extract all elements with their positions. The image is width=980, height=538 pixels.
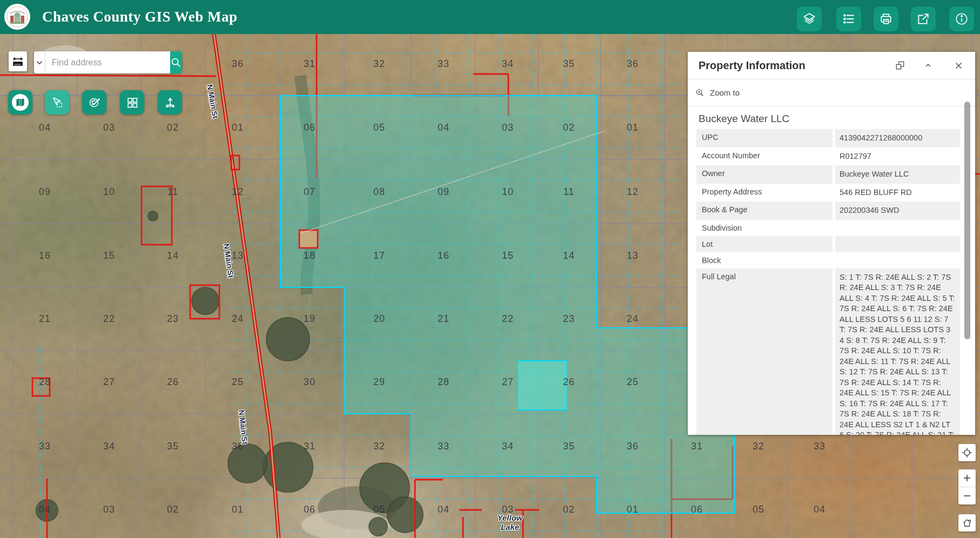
row-label: UPC (696, 129, 833, 147)
legend-button[interactable] (836, 6, 861, 31)
row-value: S: 1 T: 7S R: 24E ALL S: 2 T: 7S R: 24E … (835, 268, 960, 435)
zoom-control (958, 469, 976, 505)
table-row: Book & Page202200346 SWD (696, 201, 960, 220)
table-row: Property Address546 RED BLUFF RD (696, 184, 960, 202)
search-bar (34, 51, 182, 73)
grid-button[interactable] (120, 90, 144, 115)
measure-button[interactable] (9, 51, 27, 71)
plus-icon (962, 473, 972, 483)
app-title: Chaves County GIS Web Map (42, 0, 238, 34)
search-icon (170, 57, 182, 69)
locate-icon (961, 447, 973, 459)
row-label: Block (696, 252, 833, 268)
close-panel-button[interactable] (949, 56, 968, 75)
measure-icon (11, 55, 24, 68)
share-button[interactable] (911, 6, 936, 31)
courthouse-icon (6, 6, 28, 28)
zoom-to-label: Zoom to (710, 88, 740, 97)
zoom-to-button[interactable]: Zoom to (688, 79, 975, 106)
panel-scrollbar[interactable] (964, 102, 970, 339)
app-header: Chaves County GIS Web Map (0, 0, 980, 34)
row-value: 202200346 SWD (835, 201, 960, 220)
table-row: Block (696, 252, 960, 268)
home-button[interactable] (958, 514, 976, 532)
row-label: Book & Page (696, 201, 833, 220)
row-label: Lot (696, 236, 833, 252)
basemap-icon (12, 94, 29, 111)
row-value (835, 220, 960, 236)
row-value: 546 RED BLUFF RD (835, 184, 960, 202)
dock-icon (895, 60, 905, 70)
select-button[interactable] (45, 90, 69, 115)
zoom-in-button[interactable] (958, 469, 976, 487)
directions-button[interactable] (158, 90, 182, 115)
row-value: 4139042271268000000 (835, 129, 960, 147)
table-row: Account NumberR012797 (696, 147, 960, 166)
home-icon (962, 517, 972, 528)
feature-heading: Buckeye Water LLC (699, 113, 975, 125)
table-row: UPC4139042271268000000 (696, 129, 960, 147)
table-row: Lot (696, 236, 960, 252)
close-icon (954, 61, 963, 70)
chevron-down-icon (35, 58, 44, 68)
collapse-panel-button[interactable] (919, 56, 937, 75)
table-row: Subdivision (696, 220, 960, 236)
zoom-to-icon (695, 88, 704, 97)
share-icon (916, 12, 930, 26)
search-input[interactable] (45, 51, 170, 73)
zoom-out-button[interactable] (958, 487, 976, 505)
selected-parcel-highlight[interactable] (280, 96, 735, 513)
table-row: Full LegalS: 1 T: 7S R: 24E ALL S: 2 T: … (696, 268, 960, 435)
legend-list-icon (842, 12, 856, 26)
row-label: Subdivision (696, 220, 833, 236)
row-label: Property Address (696, 184, 833, 202)
info-icon (955, 12, 969, 26)
panel-header: Property Information (688, 52, 975, 79)
row-label: Account Number (696, 147, 833, 166)
county-seal-logo (4, 4, 30, 30)
search-source-dropdown[interactable] (34, 51, 45, 73)
row-value (835, 236, 960, 252)
dock-panel-button[interactable] (891, 56, 909, 75)
row-value: R012797 (835, 147, 960, 166)
layers-button[interactable] (797, 6, 822, 31)
directions-icon (164, 96, 177, 109)
draw-button[interactable] (82, 90, 106, 115)
property-info-panel: Property Information Zoom to Buckeye Wat… (688, 52, 975, 435)
basemap-button[interactable] (8, 90, 32, 115)
grid-squares-icon (126, 96, 139, 109)
attribute-table: UPC4139042271268000000Account NumberR012… (696, 129, 960, 435)
print-icon (879, 12, 893, 26)
locate-button[interactable] (958, 444, 976, 461)
draw-icon (88, 96, 101, 109)
table-row: OwnerBuckeye Water LLC (696, 165, 960, 184)
chevron-up-icon (924, 61, 932, 70)
minus-icon (962, 491, 972, 501)
row-value: Buckeye Water LLC (835, 165, 960, 184)
panel-title: Property Information (699, 59, 806, 72)
info-button[interactable] (949, 6, 974, 31)
app-window: 3631323334353604030201060504030201091011… (0, 0, 980, 538)
row-value (835, 252, 960, 268)
print-button[interactable] (874, 6, 898, 31)
select-icon (51, 96, 64, 109)
search-submit-button[interactable] (170, 51, 182, 73)
layers-icon (802, 12, 816, 26)
row-label: Full Legal (696, 268, 833, 435)
row-label: Owner (696, 165, 833, 184)
